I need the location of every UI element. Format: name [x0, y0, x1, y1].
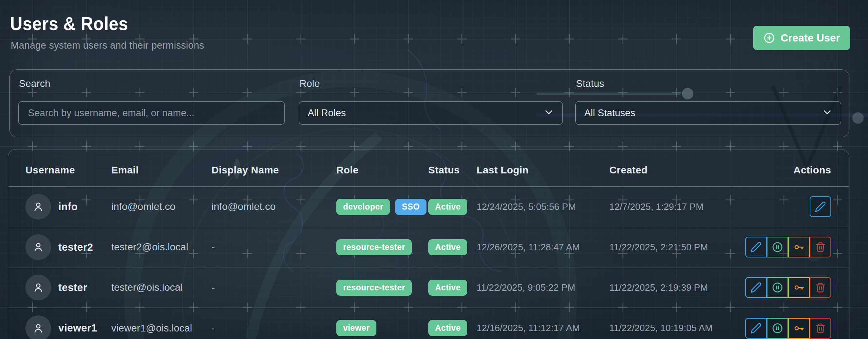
role-badges: viewer	[336, 320, 428, 336]
chevron-down-icon	[822, 107, 832, 119]
create-user-button[interactable]: Create User	[753, 26, 850, 50]
created: 11/22/2025, 2:19:39 PM	[609, 282, 740, 293]
action-button-group	[745, 277, 831, 298]
username: info	[58, 201, 78, 213]
pencil-icon	[750, 282, 762, 293]
email: tester2@ois.local	[111, 241, 211, 253]
key-icon	[793, 323, 805, 334]
actions-cell	[740, 196, 831, 217]
suspend-user-button[interactable]	[767, 318, 788, 339]
delete-user-button[interactable]	[810, 318, 831, 339]
column-header-display-name: Display Name	[211, 164, 336, 176]
column-header-username: Username	[25, 164, 111, 176]
user-cell: tester	[25, 275, 111, 300]
status-cell: Active	[428, 320, 477, 336]
pencil-icon	[750, 323, 762, 334]
user-cell: info	[25, 194, 111, 220]
page-subtitle: Manage system users and their permission…	[11, 40, 204, 51]
action-button-group	[745, 318, 831, 339]
delete-user-button[interactable]	[810, 277, 831, 298]
last-login: 11/22/2025, 9:05:22 PM	[477, 282, 609, 293]
person-icon	[32, 241, 45, 254]
role-badges: resource-tester	[336, 280, 428, 296]
status-badge: Active	[428, 199, 467, 215]
page-title: Users & Roles	[10, 13, 128, 34]
email: info@omlet.co	[111, 201, 211, 212]
suspend-user-button[interactable]	[767, 277, 788, 298]
display-name: -	[211, 241, 336, 253]
column-header-role: Role	[336, 164, 428, 176]
display-name: -	[211, 323, 336, 334]
avatar	[25, 315, 51, 339]
role-badges: developerSSO	[336, 199, 428, 215]
column-header-actions: Actions	[740, 164, 831, 176]
avatar	[25, 234, 51, 260]
search-input[interactable]	[27, 107, 276, 119]
trash-icon	[815, 323, 826, 334]
username: tester	[58, 282, 87, 294]
search-box	[18, 101, 285, 125]
table-row: tester2 tester2@ois.local - resource-tes…	[8, 227, 849, 267]
status-select[interactable]: All Statuses	[575, 101, 841, 125]
role-select-value: All Roles	[308, 108, 540, 119]
reset-password-user-button[interactable]	[788, 237, 810, 257]
filters-panel: Search Role All Roles Status All Statuse…	[9, 69, 849, 137]
username: tester2	[58, 241, 93, 253]
status-badge: Active	[428, 320, 467, 336]
role-badge: resource-tester	[336, 280, 412, 296]
role-badge: viewer	[336, 320, 376, 336]
pause-icon	[772, 323, 783, 334]
status-cell: Active	[428, 239, 477, 255]
reset-password-user-button[interactable]	[788, 277, 810, 298]
status-filter: Status All Statuses	[575, 70, 841, 137]
key-icon	[793, 282, 805, 293]
role-select[interactable]: All Roles	[299, 101, 563, 125]
table-row: info info@omlet.co info@omlet.co develop…	[8, 187, 849, 227]
last-login: 12/16/2025, 11:12:17 AM	[477, 323, 609, 334]
plus-circle-icon	[763, 32, 775, 44]
trash-icon	[815, 282, 826, 293]
display-name: -	[211, 282, 336, 293]
avatar	[25, 194, 51, 220]
last-login: 12/26/2025, 11:28:47 AM	[477, 242, 609, 253]
users-table: UsernameEmailDisplay NameRoleStatusLast …	[8, 149, 849, 339]
delete-user-button[interactable]	[810, 237, 831, 257]
edit-user-button[interactable]	[745, 277, 767, 298]
person-icon	[32, 200, 45, 213]
table-row: tester tester@ois.local - resource-teste…	[8, 267, 849, 308]
column-header-last-login: Last Login	[477, 164, 609, 176]
created: 12/7/2025, 1:29:17 PM	[609, 201, 740, 212]
key-icon	[793, 241, 805, 253]
actions-cell	[740, 318, 831, 339]
table-body: info info@omlet.co info@omlet.co develop…	[8, 187, 849, 339]
pause-icon	[772, 282, 783, 293]
pause-icon	[772, 241, 783, 253]
username: viewer1	[58, 322, 97, 334]
created: 11/22/2025, 10:19:05 AM	[609, 323, 740, 334]
display-name: info@omlet.co	[211, 201, 336, 212]
action-button-group	[745, 237, 831, 257]
chevron-down-icon	[544, 107, 554, 119]
edit-user-button[interactable]	[810, 196, 831, 217]
role-badges: resource-tester	[336, 239, 428, 255]
sso-badge: SSO	[395, 199, 426, 215]
create-user-label: Create User	[781, 32, 840, 44]
created: 11/22/2025, 2:21:50 PM	[609, 242, 740, 253]
status-cell: Active	[428, 280, 477, 296]
trash-icon	[815, 241, 826, 253]
avatar	[25, 275, 51, 300]
actions-cell	[740, 237, 831, 257]
role-badge: resource-tester	[336, 239, 412, 255]
role-badge: developer	[336, 199, 390, 215]
column-header-status: Status	[428, 164, 477, 176]
table-header-row: UsernameEmailDisplay NameRoleStatusLast …	[8, 149, 849, 187]
last-login: 12/24/2025, 5:05:56 PM	[477, 201, 609, 212]
search-label: Search	[19, 78, 50, 89]
actions-cell	[740, 277, 831, 298]
edit-user-button[interactable]	[745, 318, 767, 339]
edit-user-button[interactable]	[745, 237, 767, 257]
reset-password-user-button[interactable]	[788, 318, 810, 339]
suspend-user-button[interactable]	[767, 237, 788, 257]
person-icon	[32, 281, 45, 294]
search-filter: Search	[18, 70, 285, 137]
